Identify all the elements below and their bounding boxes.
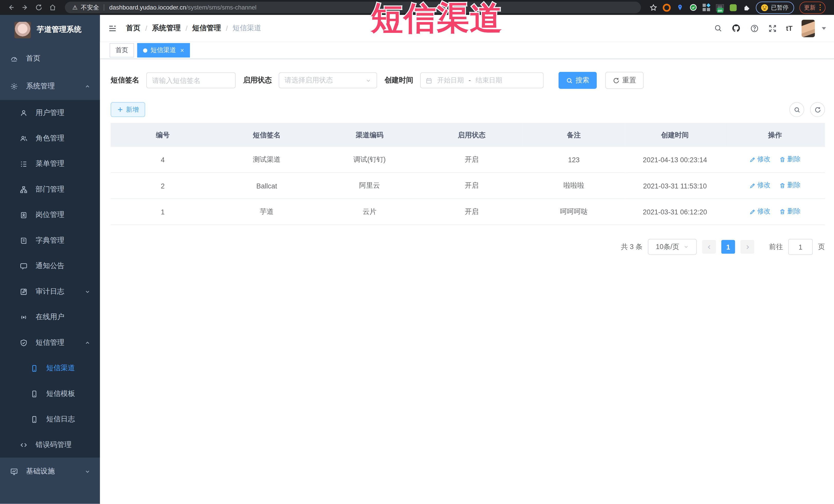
cell-status: 开启 [421,147,523,173]
sidebar-item-sms-template[interactable]: 短信模板 [0,381,100,407]
extension-pin-icon[interactable] [676,3,684,11]
app-logo-row[interactable]: 芋道管理系统 [0,15,100,45]
user-avatar[interactable] [802,20,815,37]
trash-icon [779,182,786,189]
sidebar-item-user-mgmt[interactable]: 用户管理 [0,100,100,126]
cell-sign: Ballcat [215,173,319,199]
browser-update-button[interactable]: 更新 [799,1,826,14]
edit-link[interactable]: 修改 [749,155,771,164]
edit-link[interactable]: 修改 [749,181,771,190]
cell-created: 2021-03-31 06:12:20 [625,199,725,225]
sign-filter-label: 短信签名 [111,75,139,85]
delete-link[interactable]: 删除 [779,155,800,164]
not-secure-label: 不安全 [81,3,99,11]
help-icon[interactable] [750,24,759,32]
sidebar-item-online-users[interactable]: 在线用户 [0,304,100,330]
tab-sms-channel[interactable]: 短信渠道 × [137,43,190,58]
sidebar-item-audit-log[interactable]: 审计日志 [0,279,100,304]
browser-menu-icon[interactable] [819,4,821,10]
font-size-icon[interactable]: tT [786,24,792,32]
chevron-up-icon [85,83,90,89]
browser-forward-icon[interactable] [18,4,32,11]
chevron-up-icon [85,340,90,346]
total-count: 共 3 条 [621,242,642,251]
cell-remark: 123 [523,147,625,173]
online-users-icon [20,313,28,321]
cell-code: 调试(钉钉) [319,147,421,173]
reset-button[interactable]: 重置 [605,72,643,89]
date-range-picker[interactable]: 开始日期 - 结束日期 [420,72,544,88]
cell-id: 2 [111,173,215,199]
page-size-select[interactable]: 10条/页 [648,239,697,255]
status-filter-select[interactable]: 请选择启用状态 [279,72,377,88]
browser-home-icon[interactable] [46,4,60,11]
page-content: 短信签名 启用状态 请选择启用状态 创建时间 开始日期 - 结束日期 [100,59,834,504]
id-badge-icon [20,211,28,219]
sidebar-item-home[interactable]: 首页 [0,45,100,72]
delete-link[interactable]: 删除 [779,181,800,190]
goto-page-input[interactable] [788,239,813,255]
extension-puzzle-icon[interactable] [742,3,750,11]
sidebar-item-sms-mgmt[interactable]: 短信管理 [0,330,100,355]
sidebar-item-label: 菜单管理 [36,159,64,169]
goto-label: 前往 [769,242,783,251]
sidebar-item-menu-mgmt[interactable]: 菜单管理 [0,151,100,176]
sidebar-item-system-mgmt[interactable]: 系统管理 [0,72,100,100]
header-search-icon[interactable] [714,24,722,32]
extension-list-on-icon[interactable]: on [716,3,724,11]
sidebar-item-label: 在线用户 [36,312,64,322]
col-actions: 操作 [725,123,825,147]
page-number-button[interactable]: 1 [721,240,735,254]
extension-key-icon[interactable] [729,3,737,11]
breadcrumb-home[interactable]: 首页 [126,23,140,33]
refresh-table-button[interactable] [810,102,825,117]
browser-back-icon[interactable] [4,4,18,11]
sidebar-item-post-mgmt[interactable]: 岗位管理 [0,202,100,227]
edit-icon [749,156,756,163]
extension-check-icon[interactable] [689,3,697,11]
browser-reload-icon[interactable] [32,4,46,11]
search-icon [793,106,800,113]
profile-emoji-icon [761,4,768,11]
bookmark-star-icon[interactable] [649,3,657,11]
close-tab-icon[interactable]: × [180,46,184,54]
toggle-search-button[interactable] [789,102,804,117]
tab-home[interactable]: 首页 [110,43,134,58]
sidebar-item-notice-mgmt[interactable]: 通知公告 [0,253,100,279]
sidebar-item-label: 审计日志 [36,287,64,296]
breadcrumb-separator: / [226,24,228,32]
cell-sign: 芋道 [215,199,319,225]
avatar-caret-icon[interactable] [822,27,826,29]
cell-status: 开启 [421,173,523,199]
sign-filter-input[interactable] [146,72,236,88]
sidebar-item-sms-channel[interactable]: 短信渠道 [0,355,100,381]
github-icon[interactable] [731,23,741,33]
sidebar-item-dept-mgmt[interactable]: 部门管理 [0,177,100,202]
monitor-icon [10,467,18,475]
url-host: dashboard.yudao.iocoder.cn [109,4,186,11]
prev-page-button[interactable] [702,240,716,254]
extension-grid-icon[interactable] [702,3,710,11]
add-button[interactable]: 新增 [111,102,145,117]
sidebar-item-role-mgmt[interactable]: 角色管理 [0,126,100,151]
breadcrumb-sms[interactable]: 短信管理 [192,23,221,33]
sidebar-item-label: 短信模板 [46,389,75,398]
sidebar-item-dict-mgmt[interactable]: 字典管理 [0,228,100,253]
tags-view-bar: 首页 短信渠道 × [100,42,834,59]
sidebar-item-infrastructure[interactable]: 基础设施 [0,458,100,485]
audit-log-icon [20,288,28,295]
cell-code: 阿里云 [319,173,421,199]
search-button[interactable]: 搜索 [558,72,597,89]
next-page-button[interactable] [740,240,754,254]
sidebar-toggle-icon[interactable] [108,24,117,32]
fullscreen-icon[interactable] [768,24,777,32]
profile-paused-badge[interactable]: 已暂停 [755,1,794,14]
edit-link[interactable]: 修改 [749,207,771,216]
address-bar[interactable]: ⚠ 不安全 dashboard.yudao.iocoder.cn/system/… [65,2,641,13]
extension-ring-icon[interactable] [662,3,671,11]
delete-link[interactable]: 删除 [779,207,800,216]
sidebar-item-error-code-mgmt[interactable]: 错误码管理 [0,432,100,458]
table-settings-buttons [789,102,825,117]
breadcrumb-system[interactable]: 系统管理 [152,23,181,33]
sidebar-item-sms-log[interactable]: 短信日志 [0,407,100,432]
